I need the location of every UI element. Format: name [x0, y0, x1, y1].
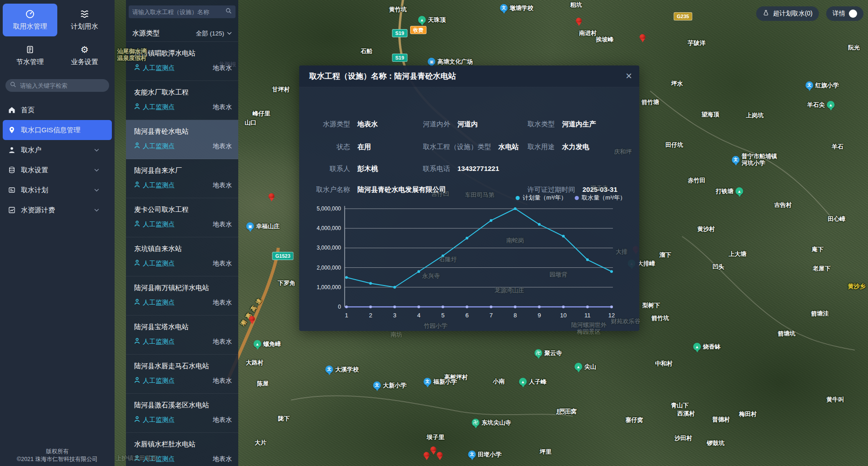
map-label: 庆和坪: [614, 148, 632, 155]
poi-marker-icon[interactable]: 文: [468, 451, 476, 458]
facility-list-item[interactable]: 陆河县宝塔水电站人工监测点地表水: [126, 316, 238, 355]
nav-intake-gis-management[interactable]: 取水口GIS信息管理: [3, 120, 112, 140]
facility-list-item[interactable]: 陆河县自来水厂人工监测点地表水: [126, 159, 238, 198]
red-pin-marker[interactable]: [249, 316, 255, 322]
red-pin-marker[interactable]: [431, 446, 437, 452]
map-label: 黄竹坑: [389, 6, 407, 13]
svg-text:6: 6: [465, 312, 468, 319]
module-business-settings[interactable]: ⚙ 业务设置: [57, 39, 112, 72]
mountain-marker-icon[interactable]: 卍: [472, 419, 480, 426]
poi-label: 福新小学: [433, 378, 457, 385]
person-monitor-icon: [134, 64, 140, 72]
nav-intake-settings[interactable]: 取水设置: [0, 160, 115, 180]
map-label: 吉仔凹: [431, 190, 449, 197]
facility-list: 河口镇唱歌潭水电站人工监测点地表水友能水厂取水工程人工监测点地表水陆河县青砼水电…: [126, 42, 238, 466]
poi-label: 高塘文化广场: [437, 58, 473, 65]
module-water-saving[interactable]: 节水管理: [3, 39, 57, 72]
legend-item[interactable]: 计划量（m³/年）: [516, 194, 567, 202]
map-pin-icon: [8, 126, 15, 134]
map-label: 庵下: [812, 246, 823, 253]
facility-list-item[interactable]: 麦卡公司取水工程人工监测点地表水: [126, 198, 238, 237]
over-plan-intake-button[interactable]: 超计划取水(0): [756, 6, 819, 21]
facility-list-item[interactable]: 东坑镇自来水站人工监测点地表水: [126, 237, 238, 276]
poi-marker-icon[interactable]: 文: [326, 366, 333, 373]
poi-label: 打铁塘: [716, 188, 733, 195]
chart-legend: 计划量（m³/年）取水量（m³/年）: [516, 194, 626, 202]
map-label: 芋陂洋: [688, 40, 706, 46]
map-label: 箭塘洼: [811, 310, 829, 317]
nav-home[interactable]: 首页: [0, 100, 115, 120]
search-icon: [226, 8, 232, 16]
mountain-marker-icon[interactable]: ▲: [519, 378, 527, 386]
sidebar-nav: 首页 取水口GIS信息管理 取水户 取水设置 取水计划: [0, 100, 115, 220]
red-pin-marker[interactable]: [437, 452, 443, 458]
keyword-search-box[interactable]: [5, 79, 109, 92]
mountain-marker-icon[interactable]: ▲: [575, 363, 582, 371]
facility-name: 陆河县宝塔水电站: [134, 323, 232, 331]
map-label: 上大塘: [729, 251, 747, 257]
water-source-type: 地表水: [213, 455, 232, 463]
water-source-type: 地表水: [213, 377, 232, 385]
road-badge: G1523: [272, 252, 293, 260]
detail-label: 详情: [833, 10, 845, 18]
facility-list-item[interactable]: 陆河县青砼水电站人工监测点地表水: [126, 120, 238, 159]
detail-toggle[interactable]: 详情: [826, 6, 863, 21]
monitor-type: 人工监测点: [143, 260, 175, 268]
map-label: 梨树下: [642, 302, 660, 309]
legend-label: 取水量（m³/年）: [582, 194, 626, 202]
modal-field: 取水用途水力发电: [527, 143, 589, 151]
water-source-type: 地表水: [213, 338, 232, 346]
mountain-marker-icon[interactable]: ▲: [693, 343, 701, 351]
map-label: 阮光: [848, 44, 860, 51]
poi-marker-icon[interactable]: ▣: [428, 58, 436, 65]
mountain-marker-icon[interactable]: ▲: [736, 187, 743, 195]
red-pin-marker[interactable]: [424, 452, 430, 458]
close-icon[interactable]: ×: [626, 70, 632, 82]
facility-search-input[interactable]: [132, 9, 226, 15]
mountain-marker-icon[interactable]: ▲: [418, 16, 426, 24]
map-label: 永兴寺: [422, 272, 440, 279]
toggle-knob[interactable]: [849, 10, 857, 18]
poi-label: 聚云寺: [544, 350, 562, 356]
road-badge: G235: [674, 12, 692, 20]
map-label: 箭塘坑: [778, 330, 796, 337]
keyword-search-input[interactable]: [20, 82, 105, 89]
mountain-marker-icon[interactable]: 卍: [535, 349, 542, 357]
over-plan-intake-label: 超计划取水(0): [773, 10, 813, 18]
module-label: 节水管理: [16, 58, 44, 66]
nav-water-resource-billing[interactable]: 水资源计费: [0, 200, 115, 220]
red-pin-marker[interactable]: [576, 18, 582, 24]
legend-item[interactable]: 取水量（m³/年）: [575, 194, 626, 202]
nav-water-users[interactable]: 取水户: [0, 140, 115, 160]
poi-marker-icon[interactable]: 文: [806, 81, 813, 89]
facility-list-item[interactable]: 陆河县水唇走马石水电站人工监测点地表水: [126, 355, 238, 394]
red-pin-marker[interactable]: [640, 34, 646, 40]
mountain-marker-icon[interactable]: ▲: [827, 101, 835, 109]
mountain-marker-icon[interactable]: ▲: [254, 340, 261, 348]
field-value: 地表水: [357, 120, 378, 129]
facility-list-item[interactable]: 友能水厂取水工程人工监测点地表水: [126, 81, 238, 120]
module-water-intake-mgmt[interactable]: 取用水管理: [3, 4, 57, 36]
facility-search-box[interactable]: [129, 5, 236, 18]
monitor-type: 人工监测点: [143, 64, 175, 72]
map-label: 凹头: [712, 263, 724, 270]
monitor-type: 人工监测点: [143, 299, 175, 307]
map-label: 车田司马第: [465, 191, 495, 198]
poi-marker-icon[interactable]: 文: [732, 156, 740, 164]
poi-marker-icon[interactable]: 文: [500, 4, 508, 12]
map-label: 沙田村: [675, 435, 692, 441]
map-label: 西溪村: [677, 410, 695, 417]
nav-intake-plan[interactable]: 取水计划: [0, 180, 115, 200]
facility-list-item[interactable]: 陆河县激石溪老区水电站人工监测点地表水: [126, 394, 238, 433]
copyright-line2: ©2021 珠海市仁智科技有限公司: [0, 456, 115, 463]
facility-list-item[interactable]: 陆河县南万镇杞洋水电站人工监测点地表水: [126, 276, 238, 316]
gear-icon: ⚙: [80, 45, 89, 55]
svg-text:4,000,000: 4,000,000: [317, 225, 341, 231]
filter-value-dropdown[interactable]: 全部 (125): [196, 30, 232, 38]
poi-marker-icon[interactable]: 文: [373, 381, 381, 389]
poi-marker-icon[interactable]: ▣: [246, 222, 254, 230]
module-planned-water[interactable]: 计划用水: [57, 4, 112, 36]
red-pin-marker[interactable]: [269, 193, 275, 199]
map-label: 石隆圩: [439, 256, 457, 263]
poi-marker-icon[interactable]: 文: [424, 378, 431, 386]
